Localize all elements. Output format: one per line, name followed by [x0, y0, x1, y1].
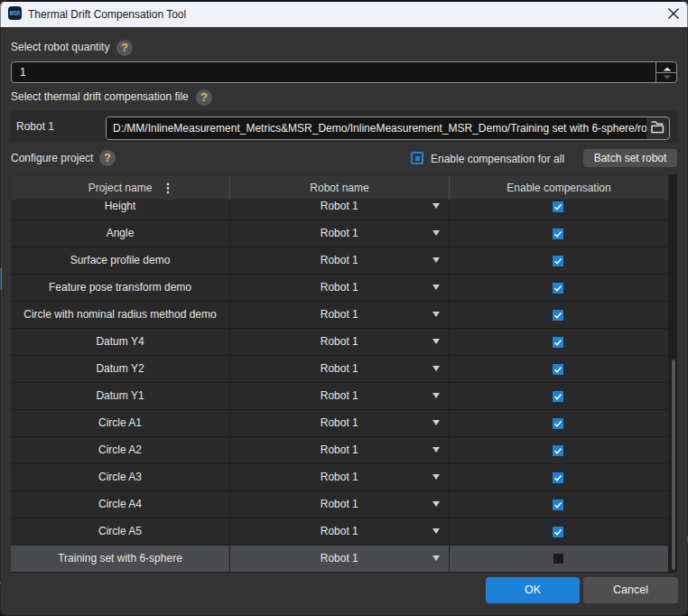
svg-text:MSR: MSR	[10, 9, 21, 17]
